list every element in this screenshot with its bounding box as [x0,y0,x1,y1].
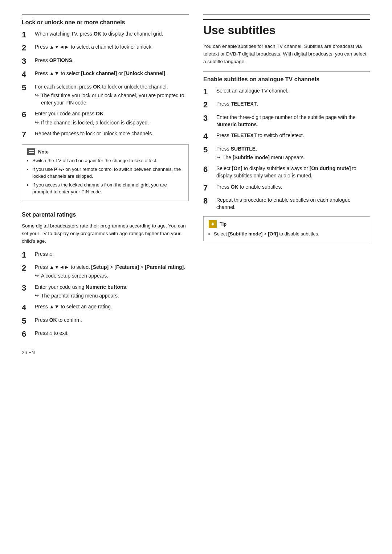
analogue-subtitles-heading: Enable subtitles on analogue TV channels [203,76,370,83]
page-lang: EN [28,350,35,355]
analogue-step-content-2: Press TELETEXT. [216,100,370,107]
parental-step-content-6: Press ⌂ to exit. [35,329,189,337]
step-number-4: 4 [22,70,33,79]
analogue-step-content-5: Press SUBTITLE. ↪ The [Subtitle mode] me… [216,145,370,161]
section-divider-parental [22,207,189,207]
analogue-step-content-8: Repeat this procedure to enable subtitle… [216,196,370,211]
analogue-step-content-4: Press TELETEXT to switch off teletext. [216,132,370,139]
parental-step-content-4: Press ▲▼ to select an age rating. [35,303,189,310]
lock-step-1: 1 When watching TV, press OK to display … [22,30,189,40]
parental-step-num-4: 4 [22,303,33,312]
use-subtitles-title: Use subtitles [203,19,370,37]
analogue-step-2: 2 Press TELETEXT. [203,100,370,110]
analogue-step-6: 6 Select [On] to display subtitles alway… [203,165,370,180]
step-5-subbullet-text: The first time you lock or unlock a chan… [41,92,189,107]
parental-step-5: 5 Press OK to confirm. [22,316,189,326]
page-number-area: 26 EN [22,350,189,355]
analogue-step-num-4: 4 [203,132,214,141]
analogue-step-content-1: Select an analogue TV channel. [216,87,370,94]
lock-unlock-heading: Lock or unlock one or more channels [22,19,189,26]
top-divider-right [203,15,370,15]
analogue-step-num-2: 2 [203,100,214,110]
step-content-5: For each selection, press OK to lock or … [35,83,189,107]
arrow-icon-6: ↪ [35,119,39,126]
step-content-7: Repeat the process to lock or unlock mor… [35,130,189,137]
step-content-2: Press ▲▼◄► to select a channel to lock o… [35,43,189,50]
step-content-4: Press ▲▼ to select [Lock channel] or [Un… [35,70,189,77]
analogue-step-num-1: 1 [203,87,214,97]
analogue-step-num-6: 6 [203,165,214,174]
note-item-3: If you access the locked channels from t… [32,181,183,196]
parental-step-3-subbullet: ↪ The parental rating menu appears. [35,292,189,299]
tip-icon: ✦ [209,220,217,228]
analogue-step-7: 7 Press OK to enable subtitles. [203,183,370,193]
arrow-icon-5: ↪ [35,92,39,99]
lock-step-2: 2 Press ▲▼◄► to select a channel to lock… [22,43,189,53]
lock-step-6: 6 Enter your code and press OK. ↪ If the… [22,110,189,126]
analogue-step-content-6: Select [On] to display subtitles always … [216,165,370,180]
analogue-step-num-5: 5 [203,145,214,155]
lock-step-7: 7 Repeat the process to lock or unlock m… [22,130,189,139]
step-number-6: 6 [22,110,33,119]
parental-step-2-subbullet: ↪ A code setup screen appears. [35,272,189,279]
step-content-6: Enter your code and press OK. ↪ If the c… [35,110,189,126]
note-icon [27,148,35,155]
top-divider-left [22,15,189,15]
page-layout: Lock or unlock one or more channels 1 Wh… [22,15,370,355]
step-6-subbullet-text: If the channel is locked, a lock icon is… [41,119,149,126]
analogue-step-content-3: Enter the three-digit page number of the… [216,114,370,128]
parental-step-num-5: 5 [22,316,33,326]
analogue-step-4: 4 Press TELETEXT to switch off teletext. [203,132,370,141]
analogue-step-num-8: 8 [203,196,214,206]
parental-step-num-3: 3 [22,283,33,293]
analogue-step-5-subbullet: ↪ The [Subtitle mode] menu appears. [216,154,370,161]
parental-step-num-6: 6 [22,329,33,339]
analogue-step-5: 5 Press SUBTITLE. ↪ The [Subtitle mode] … [203,145,370,161]
step-number-1: 1 [22,30,33,40]
lock-step-4: 4 Press ▲▼ to select [Lock channel] or [… [22,70,189,79]
arrow-icon-p3: ↪ [35,292,39,299]
analogue-step-8: 8 Repeat this procedure to enable subtit… [203,196,370,211]
parental-step-2: 2 Press ▲▼◄► to select [Setup] > [Featur… [22,263,189,280]
step-5-subbullet: ↪ The first time you lock or unlock a ch… [35,92,189,107]
step-content-3: Press OPTIONS. [35,57,189,64]
parental-step-num-2: 2 [22,263,33,273]
lock-step-5: 5 For each selection, press OK to lock o… [22,83,189,107]
step-content-1: When watching TV, press OK to display th… [35,30,189,37]
parental-step-3: 3 Enter your code using Numeric buttons.… [22,283,189,300]
parental-step-3-subbullet-text: The parental rating menu appears. [41,292,119,299]
tip-label: Tip [220,221,226,227]
analogue-step-content-7: Press OK to enable subtitles. [216,183,370,190]
subtitles-intro: You can enable subtitles for each TV cha… [203,43,370,66]
analogue-step-1: 1 Select an analogue TV channel. [203,87,370,97]
parental-step-content-3: Enter your code using Numeric buttons. ↪… [35,283,189,300]
page-num: 26 [22,350,27,355]
note-item-1: Switch the TV off and on again for the c… [32,157,183,164]
lock-step-3: 3 Press OPTIONS. [22,57,189,66]
parental-step-2-subbullet-text: A code setup screen appears. [41,272,108,279]
analogue-step-3: 3 Enter the three-digit page number of t… [203,114,370,128]
parental-ratings-heading: Set parental ratings [22,212,189,218]
parental-step-content-1: Press ⌂. [35,250,189,258]
tip-list: Select [Subtitle mode] > [Off] to disabl… [209,230,365,238]
parental-steps: 1 Press ⌂. 2 Press ▲▼◄► to select [Setup… [22,250,189,339]
note-item-2: If you use P +/- on your remote control … [32,166,183,180]
parental-step-1: 1 Press ⌂. [22,250,189,260]
step-6-subbullet: ↪ If the channel is locked, a lock icon … [35,119,189,126]
analogue-step-5-subbullet-text: The [Subtitle mode] menu appears. [222,154,305,161]
tip-header: ✦ Tip [209,220,365,228]
arrow-icon-a5: ↪ [216,154,220,161]
step-number-5: 5 [22,83,33,93]
analogue-steps: 1 Select an analogue TV channel. 2 Press… [203,87,370,211]
step-number-7: 7 [22,130,33,139]
parental-step-content-2: Press ▲▼◄► to select [Setup] > [Features… [35,263,189,280]
tip-item-1: Select [Subtitle mode] > [Off] to disabl… [214,230,365,238]
parental-step-6: 6 Press ⌂ to exit. [22,329,189,339]
section-divider-analogue [203,71,370,72]
parental-step-content-5: Press OK to confirm. [35,316,189,324]
arrow-icon-p2: ↪ [35,272,39,279]
note-box: Note Switch the TV off and on again for … [22,144,189,201]
analogue-step-num-3: 3 [203,114,214,123]
step-number-3: 3 [22,57,33,66]
left-column: Lock or unlock one or more channels 1 Wh… [22,15,189,355]
